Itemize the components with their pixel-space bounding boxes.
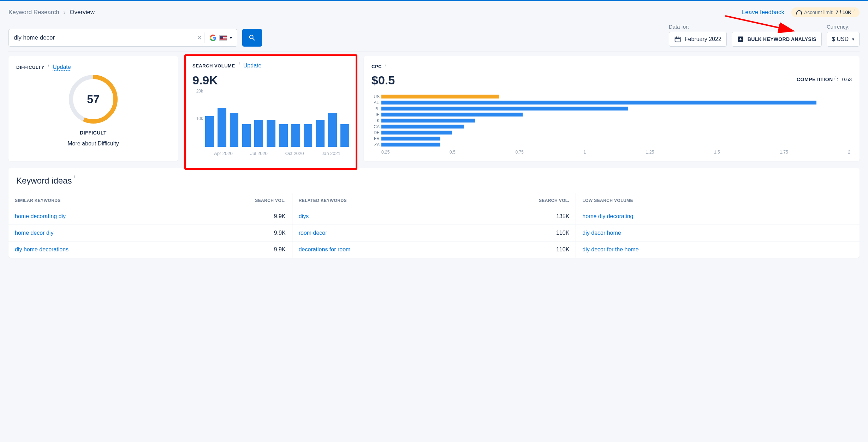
chevron-down-icon: ▾ [230,35,232,40]
volume-bar[interactable] [230,113,239,147]
keyword-link[interactable]: decorations for room [299,246,556,253]
idea-row: home decor diy9.9K [8,225,292,241]
keyword-link[interactable]: diy home decorations [15,246,274,253]
idea-row: home decorating diy9.9K [8,208,292,225]
keyword-link[interactable]: home decorating diy [15,213,274,220]
x-tick: 0.5 [450,150,456,155]
data-for-value: February 2022 [685,36,721,42]
country-code: IE [371,112,381,117]
breadcrumb-parent[interactable]: Keyword Research [8,9,59,16]
keyword-link[interactable]: home diy decorating [582,213,853,220]
search-volume: 135K [556,213,569,220]
keyword-link[interactable]: room decor [299,230,556,236]
difficulty-update-link[interactable]: Update [53,64,71,71]
search-icon [248,34,256,42]
top-row: Keyword Research › Overview Leave feedba… [8,7,860,17]
cpc-country-row[interactable]: FR [371,136,852,142]
keyword-search-input[interactable] [14,34,195,41]
info-icon[interactable]: i [385,62,386,67]
account-limit-pill[interactable]: Account limit: 7 / 10K i [791,7,860,17]
similar-keywords-column: SIMILAR KEYWORDS SEARCH VOL. home decora… [8,193,292,258]
cpc-country-row[interactable]: ZA [371,142,852,148]
column-header: SIMILAR KEYWORDS [15,198,255,203]
keyword-link[interactable]: home decor diy [15,230,274,236]
search-volume-value: 9.9K [192,73,349,87]
search-volume: 9.9K [274,213,286,220]
keyword-link[interactable]: diy decor for the home [582,246,853,253]
search-volume-title: SEARCH VOLUME [192,63,235,68]
volume-bar[interactable] [242,124,251,147]
calendar-icon [674,36,681,43]
volume-bar[interactable] [304,124,313,147]
country-code: LK [371,118,381,123]
volume-bar[interactable] [254,120,263,147]
plus-box-icon [737,36,744,43]
volume-bar[interactable] [279,124,288,147]
volume-bar[interactable] [328,113,337,147]
leave-feedback-link[interactable]: Leave feedback [742,9,784,16]
info-icon[interactable]: i [834,76,836,80]
keyword-ideas-title: Keyword ideas [16,176,72,186]
x-tick: 1.5 [714,150,720,155]
volume-bar[interactable] [218,108,226,147]
cpc-bar [381,113,523,117]
cpc-bar [381,101,816,104]
account-limit-value: 7 / 10K [836,10,851,15]
x-tick: Jan 2021 [322,151,341,156]
search-volume: 9.9K [274,230,286,236]
column-header: SEARCH VOL. [255,198,285,203]
us-flag-icon [219,35,227,41]
cpc-country-row[interactable]: LK [371,118,852,124]
cpc-country-row[interactable]: US [371,94,852,100]
volume-bar[interactable] [316,120,325,147]
country-code: PL [371,106,381,111]
cpc-value: $0.5 [371,73,395,87]
low-search-volume-column: LOW SEARCH VOLUME home diy decoratingdiy… [576,193,860,258]
competition-value: 0.63 [842,77,852,82]
info-icon[interactable]: i [74,174,75,179]
competition-label: COMPETITION [797,77,833,82]
volume-bar[interactable] [291,124,300,147]
bulk-keyword-analysis-button[interactable]: BULK KEYWORD ANALYSIS [732,32,822,47]
search-volume-update-link[interactable]: Update [243,62,262,69]
volume-bar[interactable] [267,120,275,147]
data-for-selector[interactable]: February 2022 [669,32,727,47]
y-tick: 10k [192,116,203,121]
difficulty-gauge: 57 [67,73,120,126]
country-code: FR [371,136,381,141]
bulk-label: BULK KEYWORD ANALYSIS [748,36,816,42]
volume-bar[interactable] [205,116,214,147]
cpc-country-chart: USAUPLIELKCADEFRZA [371,94,852,148]
idea-row: decorations for room110K [292,241,576,258]
search-volume: 110K [556,230,569,236]
search-button[interactable] [242,29,262,47]
chevron-down-icon: ▾ [852,37,854,42]
cpc-country-row[interactable]: PL [371,106,852,112]
difficulty-label: DIFFICULT [80,130,107,136]
cpc-country-row[interactable]: AU [371,100,852,106]
x-tick: Oct 2020 [285,151,304,156]
currency-selector[interactable]: $ USD ▾ [827,32,860,47]
spacer [732,24,822,30]
info-icon[interactable]: i [239,62,240,67]
column-header: RELATED KEYWORDS [299,198,539,203]
keyword-link[interactable]: diy decor home [582,230,853,236]
more-about-difficulty-link[interactable]: More about Difficulty [67,141,119,147]
clear-icon[interactable]: ✕ [195,34,204,42]
keyword-link[interactable]: diys [299,213,556,220]
x-tick: 1.25 [646,150,654,155]
idea-row: diy home decorations9.9K [8,241,292,258]
account-limit-label: Account limit: [804,10,833,15]
idea-row: diys135K [292,208,576,225]
x-tick: 0.25 [381,150,390,155]
info-icon[interactable]: i [48,63,49,68]
x-tick: Jul 2020 [250,151,268,156]
cpc-country-row[interactable]: CA [371,124,852,130]
data-for-label: Data for: [669,24,727,30]
idea-row: home diy decorating [576,208,860,225]
cpc-country-row[interactable]: IE [371,112,852,118]
volume-bar[interactable] [340,124,349,147]
search-engine-selector[interactable]: ▾ [204,32,232,43]
cpc-country-row[interactable]: DE [371,130,852,136]
country-code: AU [371,100,381,105]
